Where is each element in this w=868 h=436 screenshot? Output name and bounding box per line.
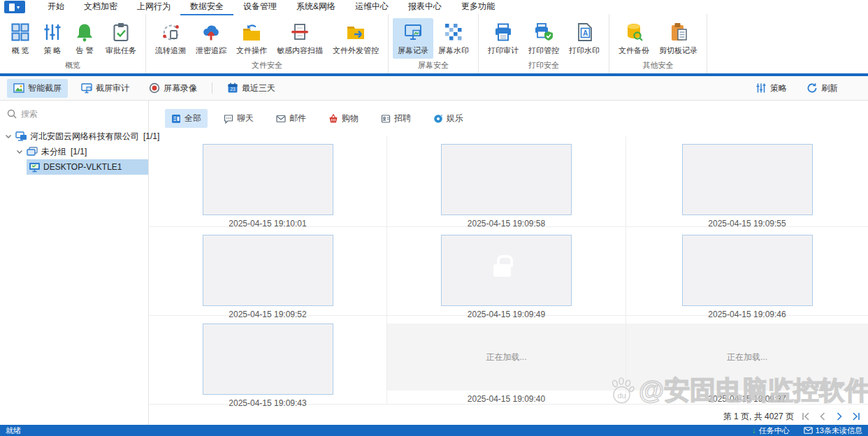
screenshot-thumbnail[interactable] [441,235,572,306]
task-center-button[interactable]: ↓ 任务中心 [752,426,790,436]
filter-entertainment[interactable]: 娱乐 [427,109,470,128]
screenshot-thumbnail[interactable] [441,144,572,215]
shopping-basket-icon [328,114,338,124]
refresh-button[interactable]: 刷新 [800,79,844,98]
last-page-icon[interactable] [851,412,861,421]
ribbon-group-label: 文件安全 [150,59,384,74]
screenshot-cell[interactable]: 正在加载... 2025-04-15 19:09:37 [626,316,868,405]
svg-text:23: 23 [230,87,236,92]
ribbon-button-policy[interactable]: 策 略 [36,18,68,59]
ribbon-group-label: 打印安全 [483,59,605,74]
ribbon-button-leak-tracking[interactable]: 泄密追踪 [191,18,231,59]
ribbon-group-label: 屏幕安全 [393,59,474,74]
sliders-icon [755,82,767,94]
menu-doc-encryption[interactable]: 文档加密 [74,0,127,15]
smart-capture-button[interactable]: 智能截屏 [7,79,68,98]
screenshot-cell[interactable]: 2025-04-15 19:10:01 [149,136,387,227]
ribbon-button-alert[interactable]: 告 警 [68,18,101,59]
menu-report-center[interactable]: 报表中心 [398,0,451,15]
folder-return-icon [241,22,262,43]
unread-messages-button[interactable]: 13条未读信息 [804,426,862,436]
all-grid-icon [171,114,181,124]
monitor-record-icon [403,22,424,43]
prev-page-icon[interactable] [818,412,827,421]
menu-ops-center[interactable]: 运维中心 [345,0,398,15]
ribbon-button-print-control[interactable]: 打印管控 [523,18,564,59]
chevron-down-icon: ▼ [16,5,21,10]
menu-system-network[interactable]: 系统&网络 [287,0,345,15]
cloud-upload-icon [201,22,222,43]
clipboard-check-icon [110,22,131,43]
screenshot-thumbnail[interactable] [682,144,813,215]
filter-chat[interactable]: 聊天 [217,109,260,128]
screenshot-cell[interactable]: 2025-04-15 19:09:43 [149,316,387,405]
ribbon-button-screen-watermark[interactable]: 屏幕水印 [433,18,474,59]
screenshot-cell[interactable]: 2025-04-15 19:09:58 [387,136,626,227]
document-scan-icon [289,22,310,43]
ribbon-button-file-operations[interactable]: 文件操作 [231,18,272,59]
search-input[interactable] [21,109,133,119]
app-menu-button[interactable]: ▼ [4,1,25,13]
calendar-icon: 23 [227,82,238,94]
envelope-icon [276,114,286,124]
ribbon-button-overview[interactable]: 概 览 [4,18,36,59]
ribbon-group-file-security: 流转追溯 泄密追踪 文件操作 敏感内容扫描 [146,14,389,73]
next-page-icon[interactable] [834,412,844,421]
first-page-icon[interactable] [801,412,811,421]
tree-node-ungrouped[interactable]: 未分组 [1/1] [0,144,148,159]
pagination: 第 1 页, 共 4027 页 [149,408,868,425]
ribbon-button-sensitive-content-scan[interactable]: 敏感内容扫描 [272,18,328,59]
screenshot-cell[interactable]: 2025-04-15 19:09:55 [626,136,868,227]
filter-shopping[interactable]: 购物 [322,109,365,128]
chevron-down-icon [4,132,13,140]
sub-toolbar: 智能截屏 截屏审计 屏幕录像 23 最近三天 策略 刷新 [0,76,868,101]
sliders-icon [42,22,63,43]
file-icon [9,3,15,11]
screenshot-thumbnail[interactable] [203,235,333,306]
screenshot-cell[interactable]: 2025-04-15 19:09:49 [387,227,626,316]
tree-node-computer[interactable]: DESKTOP-VLKTLE1 [27,159,148,175]
printer-shield-icon [533,22,554,43]
screen-recording-button[interactable]: 屏幕录像 [143,79,203,98]
id-badge-icon [381,114,391,124]
document-a-icon: A [574,22,595,43]
ribbon: 概 览 策 略 告 警 审批任务 概览 [0,14,868,73]
device-tree: 河北安固云网络科技有限公司 [1/1] 未分组 [1/1] DESKTOP-VL… [0,126,148,175]
menu-data-security[interactable]: 数据安全 [180,0,233,15]
filter-mail[interactable]: 邮件 [270,109,312,128]
ribbon-button-clipboard-record[interactable]: 剪切板记录 [654,18,702,59]
trace-cycle-icon [160,22,181,43]
ribbon-button-screen-record[interactable]: 屏幕记录 [393,18,433,59]
menu-start[interactable]: 开始 [38,0,74,15]
ribbon-button-print-watermark[interactable]: A 打印水印 [564,18,605,59]
menu-web-behavior[interactable]: 上网行为 [127,0,180,15]
screenshot-cell[interactable]: 2025-04-15 19:09:52 [149,227,387,316]
screenshot-cell[interactable]: 2025-04-15 19:09:46 [626,227,868,316]
ribbon-group-other-security: 文件备份 剪切板记录 其他安全 [609,14,707,73]
ribbon-button-file-outgoing-control[interactable]: 文件外发管控 [328,18,384,59]
policy-button[interactable]: 策略 [749,79,793,98]
grid-icon [10,22,31,43]
menubar: ▼ 开始 文档加密 上网行为 数据安全 设备管理 系统&网络 运维中心 报表中心… [0,0,868,14]
filter-all[interactable]: 全部 [165,109,208,128]
search-box[interactable] [0,106,148,126]
menu-more-features[interactable]: 更多功能 [451,0,505,15]
ribbon-button-approval-tasks[interactable]: 审批任务 [101,18,141,59]
filter-recruitment[interactable]: 招聘 [375,109,417,128]
chevron-down-icon [15,147,24,156]
screenshot-timestamp: 2025-04-15 19:09:37 [708,394,786,404]
printer-icon [493,22,514,43]
screenshot-thumbnail[interactable] [682,235,813,306]
screenshot-timestamp: 2025-04-15 19:09:40 [468,394,545,404]
tree-node-company[interactable]: 河北安固云网络科技有限公司 [1/1] [0,129,148,144]
menu-device-management[interactable]: 设备管理 [233,0,287,15]
screenshot-thumbnail[interactable] [203,144,333,215]
screenshot-cell[interactable]: 正在加载... 2025-04-15 19:09:40 [387,316,626,405]
capture-audit-button[interactable]: 截屏审计 [75,79,136,98]
ribbon-button-circulation-trace[interactable]: 流转追溯 [150,18,191,59]
ribbon-button-file-backup[interactable]: 文件备份 [614,18,654,59]
recent-days-button[interactable]: 23 最近三天 [221,79,282,98]
ribbon-button-print-audit[interactable]: 打印审计 [483,18,523,59]
database-search-icon [623,22,644,43]
screenshot-thumbnail[interactable] [203,324,333,395]
